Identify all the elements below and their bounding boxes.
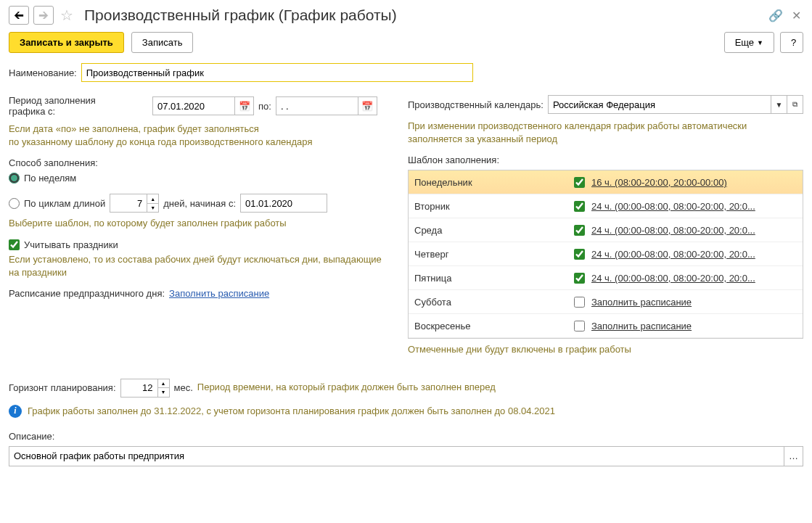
calendar-icon[interactable]: 📅 — [234, 97, 253, 115]
schedule-link[interactable]: Заполнить расписание — [591, 297, 797, 308]
table-row[interactable]: Пятница24 ч. (00:00-08:00, 08:00-20:00, … — [409, 266, 803, 290]
cycle-start-field[interactable] — [241, 194, 327, 212]
period-from-label: Период заполнения графика с: — [9, 95, 103, 117]
period-hint: Если дата «по» не заполнена, график буде… — [9, 123, 393, 149]
radio-by-cycles-label: По циклам длиной — [24, 198, 105, 209]
description-input-wrap: … — [9, 446, 803, 466]
spinner-up-icon[interactable]: ▲ — [158, 379, 169, 389]
fill-method-label: Способ заполнения: — [9, 157, 393, 168]
name-input[interactable] — [81, 63, 473, 82]
save-button[interactable]: Записать — [131, 32, 194, 53]
more-button[interactable]: Еще ▼ — [724, 32, 774, 53]
schedule-link[interactable]: 16 ч. (08:00-20:00, 20:00-00:00) — [591, 177, 797, 188]
template-footer-hint: Отмеченные дни будут включены в график р… — [408, 343, 803, 356]
day-name: Среда — [414, 225, 567, 236]
table-row[interactable]: СубботаЗаполнить расписание — [409, 290, 803, 314]
day-checkbox[interactable] — [574, 297, 585, 308]
calendar-select[interactable]: ▼ ⧉ — [548, 95, 803, 114]
schedule-link[interactable]: 24 ч. (00:00-08:00, 08:00-20:00, 20:0... — [591, 225, 797, 236]
page-title: Производственный график (График работы) — [84, 7, 764, 24]
horizon-stepper[interactable]: ▲ ▼ — [120, 379, 170, 398]
star-icon[interactable]: ☆ — [58, 7, 75, 24]
radio-by-cycles[interactable] — [9, 198, 20, 209]
table-row[interactable]: Вторник24 ч. (00:00-08:00, 08:00-20:00, … — [409, 194, 803, 218]
spinner-down-icon[interactable]: ▼ — [147, 204, 158, 213]
schedule-link[interactable]: Заполнить расписание — [591, 321, 797, 331]
arrow-left-icon: 🡨 — [14, 9, 24, 21]
day-checkbox[interactable] — [574, 177, 585, 188]
preholiday-row: Расписание предпраздничного дня: Заполни… — [9, 288, 393, 299]
table-row[interactable]: Четверг24 ч. (00:00-08:00, 08:00-20:00, … — [409, 242, 803, 266]
table-row[interactable]: Среда24 ч. (00:00-08:00, 08:00-20:00, 20… — [409, 218, 803, 242]
open-icon[interactable]: ⧉ — [787, 96, 803, 113]
radio-by-weeks[interactable] — [9, 173, 20, 184]
template-label: Шаблон заполнения: — [408, 155, 803, 165]
close-icon[interactable]: ✕ — [789, 9, 803, 22]
date-to-input[interactable]: 📅 — [276, 96, 377, 115]
day-checkbox[interactable] — [574, 225, 585, 236]
ellipsis-icon[interactable]: … — [784, 447, 803, 466]
day-name: Четверг — [414, 249, 567, 260]
info-row: i График работы заполнен до 31.12.2022, … — [9, 405, 803, 418]
table-row[interactable]: Понедельник16 ч. (08:00-20:00, 20:00-00:… — [409, 170, 803, 194]
date-to-field[interactable] — [276, 97, 358, 115]
day-name: Понедельник — [414, 177, 567, 188]
name-row: Наименование: — [9, 63, 803, 82]
day-name: Суббота — [414, 297, 567, 308]
horizon-row: Горизонт планирования: ▲ ▼ мес. Период в… — [9, 379, 803, 398]
name-label: Наименование: — [9, 67, 77, 78]
period-row: Период заполнения графика с: 📅 по: 📅 — [9, 95, 393, 117]
day-checkbox[interactable] — [574, 321, 585, 331]
holidays-hint: Если установлено, то из состава рабочих … — [9, 253, 393, 279]
day-checkbox[interactable] — [574, 273, 585, 284]
spinner-up-icon[interactable]: ▲ — [147, 194, 158, 204]
table-row[interactable]: ВоскресеньеЗаполнить расписание — [409, 314, 803, 338]
template-table: Понедельник16 ч. (08:00-20:00, 20:00-00:… — [408, 170, 803, 339]
calendar-label: Производственный календарь: — [408, 99, 544, 110]
day-name: Пятница — [414, 273, 567, 284]
day-name: Воскресенье — [414, 321, 567, 331]
horizon-hint: Период времени, на который график должен… — [197, 381, 496, 394]
template-choice-hint: Выберите шаблон, по которому будет запол… — [9, 217, 393, 230]
forward-button: 🡪 — [33, 6, 54, 25]
horizon-field[interactable] — [121, 379, 157, 397]
schedule-link[interactable]: 24 ч. (00:00-08:00, 08:00-20:00, 20:0... — [591, 249, 797, 260]
date-from-field[interactable] — [153, 97, 234, 115]
holidays-label: Учитывать праздники — [24, 239, 118, 250]
back-button[interactable]: 🡨 — [9, 6, 29, 25]
day-checkbox[interactable] — [574, 201, 585, 212]
radio-by-weeks-label: По неделям — [24, 173, 76, 184]
holidays-checkbox[interactable] — [9, 239, 20, 250]
arrow-right-icon: 🡪 — [38, 9, 49, 21]
cycle-days-stepper[interactable]: ▲ ▼ — [110, 194, 159, 213]
horizon-unit: мес. — [174, 382, 193, 393]
calendar-field[interactable] — [549, 96, 771, 113]
schedule-link[interactable]: 24 ч. (00:00-08:00, 08:00-20:00, 20:0... — [591, 201, 797, 212]
schedule-link[interactable]: 24 ч. (00:00-08:00, 08:00-20:00, 20:0... — [591, 273, 797, 284]
fill-schedule-link[interactable]: Заполнить расписание — [169, 288, 269, 299]
calendar-icon[interactable]: 📅 — [358, 97, 377, 115]
window-header: 🡨 🡪 ☆ Производственный график (График ра… — [9, 6, 803, 25]
help-button[interactable]: ? — [780, 32, 803, 53]
radio-by-cycles-row: По циклам длиной ▲ ▼ дней, начиная с: — [9, 194, 393, 213]
toolbar: Записать и закрыть Записать Еще ▼ ? — [9, 32, 803, 53]
chevron-down-icon: ▼ — [757, 39, 763, 46]
spinner-down-icon[interactable]: ▼ — [158, 388, 169, 397]
cycle-days-suffix: дней, начиная с: — [163, 198, 236, 209]
link-icon[interactable]: 🔗 — [768, 9, 783, 22]
period-to-label: по: — [258, 101, 271, 112]
date-from-input[interactable]: 📅 — [152, 96, 254, 115]
description-input[interactable] — [9, 447, 784, 466]
holidays-row: Учитывать праздники — [9, 239, 393, 250]
save-close-button[interactable]: Записать и закрыть — [9, 32, 124, 53]
more-button-label: Еще — [735, 37, 754, 48]
info-icon: i — [9, 405, 22, 418]
cycle-start-input[interactable] — [240, 194, 327, 213]
preholiday-label: Расписание предпраздничного дня: — [9, 288, 165, 299]
calendar-hint: При изменении производственного календар… — [408, 120, 803, 146]
calendar-row: Производственный календарь: ▼ ⧉ — [408, 95, 803, 114]
cycle-days-field[interactable] — [110, 194, 147, 212]
chevron-down-icon[interactable]: ▼ — [771, 96, 787, 113]
day-checkbox[interactable] — [574, 249, 585, 260]
horizon-label: Горизонт планирования: — [9, 382, 116, 393]
